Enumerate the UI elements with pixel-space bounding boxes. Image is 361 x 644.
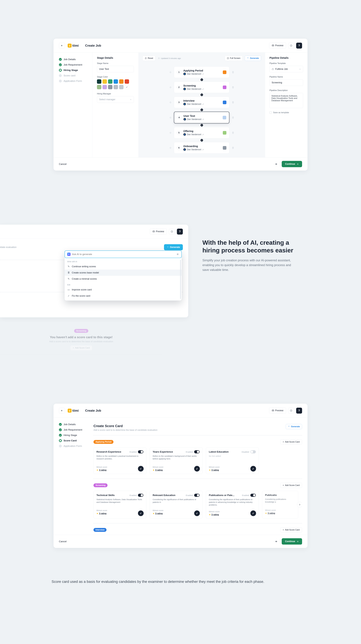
add-score-card-button[interactable]: + Add Score Card [280,527,302,532]
preview-button[interactable]: Preview [269,408,286,414]
ai-item-create-min[interactable]: ✎Create a minimal scores [65,276,182,282]
enable-toggle[interactable] [138,494,143,497]
back-button[interactable] [59,408,65,414]
ai-input-field[interactable] [72,253,175,256]
step-score-card[interactable]: Score card [59,73,89,78]
color-swatch[interactable] [114,79,118,84]
clear-icon[interactable] [176,253,179,256]
color-swatch[interactable] [97,79,101,84]
drag-handle[interactable] [169,71,172,74]
cancel-button[interactable]: Cancel [59,163,67,166]
color-swatch[interactable] [125,79,129,84]
add-stage-button[interactable]: + [200,78,203,81]
stage-card[interactable]: 3 Interview 👤Dan Vandervort [174,96,229,108]
delete-stage-button[interactable] [232,116,234,119]
edit-score-card-button[interactable] [250,510,256,516]
drag-handle[interactable] [169,132,172,134]
add-stage-button[interactable]: + [200,94,203,96]
history-button[interactable] [169,228,175,234]
step-application-form[interactable]: Application Form [59,78,89,84]
add-score-card-button[interactable]: + Add Score Card [280,483,302,488]
step-hiring-stage[interactable]: Hiring Stage [59,432,89,438]
delete-stage-button[interactable] [232,146,234,149]
ai-item-improve[interactable]: ▭Improve score card [65,286,182,293]
step-job-details[interactable]: Job Details [59,422,89,427]
edit-score-card-button[interactable] [138,466,144,472]
add-score-card-button[interactable]: + Add Score Card [280,439,302,444]
step-hiring-stage[interactable]: Hiring Stage [59,68,89,73]
color-swatch[interactable] [108,85,112,89]
ai-item-create-base[interactable]: ≣Create scores base model [65,270,182,276]
enable-toggle[interactable] [194,450,200,454]
hiring-manager-select[interactable]: Select manager [97,96,134,103]
pipeline-name-input[interactable] [269,79,303,86]
step-score-card[interactable]: Score Card [59,438,89,443]
add-score-card-button[interactable]: + Add Score Card [70,346,92,350]
color-swatch[interactable] [119,85,124,89]
add-stage-button[interactable]: + [200,124,203,126]
reset-button[interactable]: Reset [142,56,155,61]
enable-toggle[interactable] [194,494,200,497]
back-footer-button[interactable] [273,538,279,544]
color-swatch[interactable] [97,85,101,89]
save-as-template[interactable]: Save as template [269,112,303,114]
back-footer-button[interactable] [273,161,279,167]
history-button[interactable] [288,43,294,48]
step-job-requirement[interactable]: Job Requirement [59,427,89,432]
back-button[interactable] [59,43,65,48]
ai-item-fix[interactable]: ✓Fix the score card [65,293,182,299]
help-button[interactable]: ? [296,408,302,414]
continue-button[interactable]: Continue [282,161,302,167]
checkbox[interactable] [269,112,272,114]
color-swatch[interactable] [119,79,124,84]
delete-stage-button[interactable] [232,71,234,74]
edit-score-card-button[interactable] [194,510,200,516]
stage-card[interactable]: 6 Onboarding 👤Dan Vandervort [174,142,229,154]
drag-handle[interactable] [169,86,172,88]
help-button[interactable]: ? [296,43,302,48]
drag-handle[interactable] [169,116,172,119]
step-application-form[interactable]: Application Form [59,443,89,449]
color-swatch[interactable] [108,79,112,84]
enable-toggle[interactable] [250,450,256,454]
color-swatch[interactable] [114,85,118,89]
stage-card[interactable]: 2 Screening 👤Dan Vandervort [174,82,229,93]
ai-item-continue[interactable]: ✎Continue writing scores [65,264,182,270]
generate-button[interactable]: Generate [164,244,183,250]
pipeline-template-select[interactable]: Fulltime Job [269,66,303,72]
enable-toggle[interactable] [250,494,256,497]
stage-card[interactable]: 4 User Test 👤Dan Vandervort [174,112,229,124]
step-job-requirement[interactable]: Job Requirement [59,62,89,68]
continue-button[interactable]: Continue [282,538,302,544]
enable-toggle[interactable] [138,450,143,454]
preview-button[interactable]: Preview [150,228,167,234]
edit-score-card-button[interactable] [194,466,200,472]
edit-score-card-button[interactable] [138,510,144,516]
stage-card[interactable]: 1 Applying Period 👤Dan Vandervort [174,66,229,78]
help-button[interactable]: ? [177,228,183,234]
stage-name-input[interactable] [97,66,134,72]
color-swatch[interactable] [103,85,107,89]
stage-card[interactable]: 5 Offering 👤Dan Vandervort [174,127,229,138]
history-button[interactable] [288,408,294,414]
ai-input[interactable]: ✦ [65,250,182,258]
fullscreen-button[interactable]: Full Screen [225,56,243,61]
add-stage-button[interactable]: + [200,139,203,142]
add-stage-button[interactable]: + [200,108,203,111]
drag-handle[interactable] [169,101,172,104]
preview-button[interactable]: Preview [269,42,286,48]
edit-score-card-button[interactable] [250,466,256,472]
color-swatch[interactable] [103,79,107,84]
scroll-right-button[interactable] [297,502,302,508]
edit-colors-button[interactable] [125,85,129,89]
step-job-details[interactable]: Job Details [59,57,89,62]
delete-stage-button[interactable] [232,132,234,134]
delete-stage-button[interactable] [232,86,234,88]
pipeline-desc-input[interactable]: Statistical Analysis Software, Data Visu… [269,93,303,108]
drag-handle[interactable] [169,147,172,149]
delete-stage-button[interactable] [232,101,234,104]
generate-button[interactable]: Generate [245,56,261,61]
cancel-button[interactable]: Cancel [59,540,67,543]
scrollbar[interactable] [180,260,181,299]
generate-button[interactable]: Generate [286,424,302,429]
